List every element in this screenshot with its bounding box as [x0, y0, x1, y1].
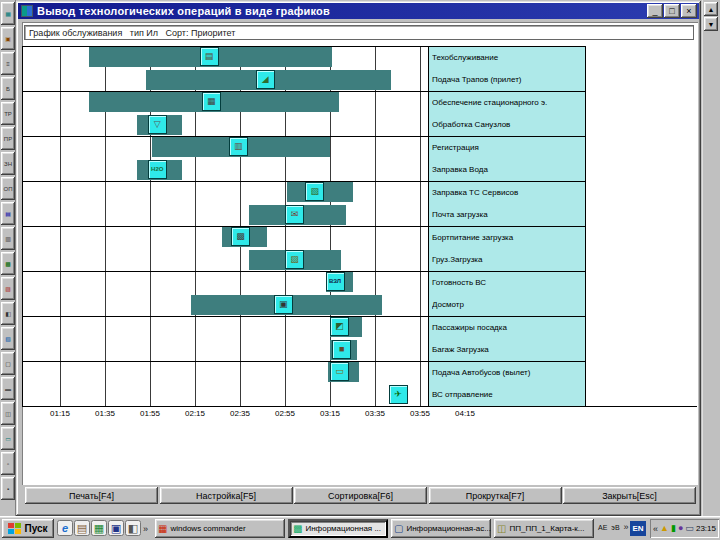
- task-button-1[interactable]: ▦windows commander: [155, 519, 285, 538]
- maintenance-icon[interactable]: ▤: [200, 47, 219, 66]
- windows-logo-icon: [8, 523, 21, 534]
- left-toolbar-button-2[interactable]: ▣: [1, 27, 15, 50]
- action-button-4[interactable]: Прокрутка[F7]: [429, 487, 562, 504]
- lavatory-service-icon[interactable]: ▽: [148, 115, 167, 134]
- scroll-down-button[interactable]: ▼: [704, 17, 718, 31]
- deskband-label-2: эВ: [611, 524, 619, 531]
- tray-chevron[interactable]: «: [653, 524, 658, 534]
- action-button-2[interactable]: Настройка[F5]: [160, 487, 293, 504]
- alert-tray-icon[interactable]: ▲: [660, 524, 669, 533]
- left-toolbar-button-9[interactable]: ▤: [1, 202, 15, 225]
- chart-border: [22, 46, 23, 406]
- passenger-boarding-icon[interactable]: ◩: [330, 317, 349, 336]
- legend-label: Регистрация: [432, 136, 581, 159]
- check-in-icon[interactable]: ▥: [229, 137, 248, 156]
- baggage-loading-icon[interactable]: ■: [332, 340, 351, 359]
- action-button-1[interactable]: Печать[F4]: [25, 487, 158, 504]
- info-window-icon: ▢: [394, 524, 403, 534]
- water-service-icon[interactable]: H2O: [148, 160, 167, 179]
- mail-loading-icon-glyph: ✉: [291, 210, 299, 219]
- background-left-toolbar: ▦▣≡БТРПРЗНОП▤▥▩▨◧▧▢▬◫▭▫▪: [0, 0, 16, 516]
- aircraft-departure-icon-glyph: ✈: [394, 390, 402, 399]
- legend-label: Багаж Загрузка: [432, 339, 581, 362]
- left-toolbar-button-6[interactable]: ПР: [1, 127, 15, 150]
- audio-tray-icon[interactable]: ●: [678, 524, 683, 533]
- left-toolbar-button-13[interactable]: ◧: [1, 302, 15, 325]
- left-toolbar-button-1[interactable]: ▦: [1, 2, 15, 25]
- security-check-icon[interactable]: ▣: [274, 295, 293, 314]
- archive-icon: ◫: [497, 524, 506, 534]
- row-group-separator: [22, 46, 585, 47]
- media-icon[interactable]: ▣: [108, 520, 124, 536]
- ie-icon[interactable]: e: [57, 520, 73, 536]
- row-group-separator: [22, 136, 585, 137]
- minimize-button[interactable]: _: [647, 4, 663, 18]
- task-button-3[interactable]: ▢Информационная-ас...: [391, 519, 491, 538]
- refueling-icon[interactable]: ▧: [305, 182, 324, 201]
- left-toolbar-button-18[interactable]: ▭: [1, 427, 15, 450]
- left-toolbar-button-3[interactable]: ≡: [1, 52, 15, 75]
- left-toolbar-button-11[interactable]: ▩: [1, 252, 15, 275]
- axis-tick-label: 03:55: [402, 409, 438, 419]
- legend-label: Заправка ТС Сервисов: [432, 181, 581, 204]
- left-toolbar-button-19[interactable]: ▫: [1, 452, 15, 475]
- task-button-2[interactable]: ▩Информационная ...: [288, 519, 388, 538]
- aircraft-departure-icon[interactable]: ✈: [389, 385, 408, 404]
- row-group-separator: [22, 406, 697, 407]
- display-tray-icon[interactable]: ▭: [685, 524, 694, 533]
- antivirus-tray-icon[interactable]: ▮: [671, 524, 676, 533]
- axis-tick-label: 02:15: [177, 409, 213, 419]
- task-label: Информационная ...: [305, 524, 381, 533]
- left-toolbar-button-17[interactable]: ◫: [1, 402, 15, 425]
- info-system-icon: ▩: [293, 524, 302, 534]
- axis-tick-label: 02:35: [222, 409, 258, 419]
- action-button-3[interactable]: Сортировка[F6]: [294, 487, 427, 504]
- quick-launch-chevron[interactable]: »: [143, 524, 148, 534]
- tray-icons: ▲▮●▭: [660, 524, 694, 533]
- ground-power-icon[interactable]: ▦: [202, 92, 221, 111]
- legend-label: Подача Трапов (прилет): [432, 69, 581, 92]
- left-toolbar-button-12[interactable]: ▨: [1, 277, 15, 300]
- left-toolbar-button-7[interactable]: ЗН: [1, 152, 15, 175]
- app-icon[interactable]: [21, 5, 33, 17]
- deskband-chevron[interactable]: »: [624, 522, 629, 532]
- task-label: windows commander: [170, 524, 245, 533]
- task-button-4[interactable]: ◫ПП_ПП_1_Карта-к...: [494, 519, 594, 538]
- left-toolbar-button-15[interactable]: ▢: [1, 352, 15, 375]
- start-button[interactable]: Пуск: [2, 519, 54, 538]
- catering-icon[interactable]: ▩: [231, 227, 250, 246]
- aircraft-ready-icon[interactable]: ВЗЛ: [326, 272, 345, 291]
- mail-icon[interactable]: ▤: [74, 520, 90, 536]
- catering-icon-glyph: ▩: [236, 232, 245, 241]
- clock[interactable]: 23:15: [696, 524, 716, 533]
- left-toolbar-button-4[interactable]: Б: [1, 77, 15, 100]
- left-toolbar-button-16[interactable]: ▬: [1, 377, 15, 400]
- system-tray: « ▲▮●▭ 23:15: [650, 519, 719, 538]
- desk-band: АЕ эВ »: [598, 522, 629, 532]
- viewer-icon[interactable]: ◧: [125, 520, 141, 536]
- titlebar[interactable]: Вывод технологических операций в виде гр…: [18, 3, 699, 19]
- close-button[interactable]: ×: [681, 4, 697, 18]
- security-check-icon-glyph: ▣: [279, 300, 288, 309]
- gangway-icon[interactable]: ◢: [256, 70, 275, 89]
- action-button-5[interactable]: Закрыть[Esc]: [563, 487, 696, 504]
- scroll-up-button[interactable]: ▲: [704, 2, 718, 16]
- legend-label: Досмотр: [432, 294, 581, 317]
- baggage-loading-icon-glyph: ■: [339, 345, 344, 354]
- left-toolbar-button-8[interactable]: ОП: [1, 177, 15, 200]
- left-toolbar-button-10[interactable]: ▥: [1, 227, 15, 250]
- axis-tick-label: 01:35: [87, 409, 123, 419]
- passenger-boarding-icon-glyph: ◩: [335, 322, 344, 331]
- bus-departure-icon[interactable]: ▭: [330, 362, 349, 381]
- left-toolbar-button-14[interactable]: ▧: [1, 327, 15, 350]
- maximize-button[interactable]: □: [664, 4, 680, 18]
- mail-loading-icon[interactable]: ✉: [285, 205, 304, 224]
- left-toolbar-button-5[interactable]: ТР: [1, 102, 15, 125]
- legend-label: Груз.Загрузка: [432, 249, 581, 272]
- legend-label: ВС отправление: [432, 384, 581, 407]
- language-indicator[interactable]: EN: [630, 521, 646, 536]
- axis-tick-label: 02:55: [267, 409, 303, 419]
- left-toolbar-button-20[interactable]: ▪: [1, 477, 15, 500]
- explorer-icon[interactable]: ▦: [91, 520, 107, 536]
- cargo-loading-icon[interactable]: ▨: [285, 250, 304, 269]
